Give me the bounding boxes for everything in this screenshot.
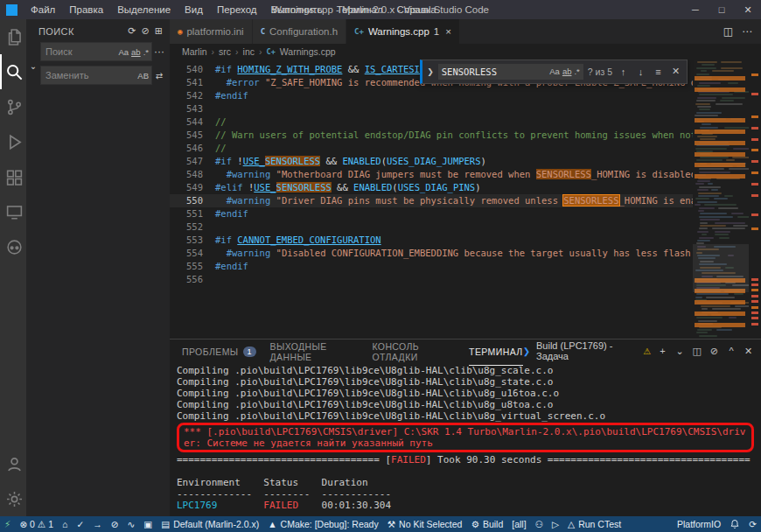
cmake-build-button[interactable]: ⚙Build [466,516,507,532]
run-debug-icon[interactable] [0,124,26,159]
menu-Переход[interactable]: Переход [211,3,263,17]
maximize-panel-icon[interactable]: ^ [726,346,737,356]
code-line[interactable]: 547#if !USE_SENSORLESS && ENABLED(USES_D… [170,155,693,168]
menu-Правка[interactable]: Правка [63,3,109,17]
new-search-editor-icon[interactable]: ⊞ [155,25,163,37]
panel-tab-ТЕРМИНАЛ[interactable]: ТЕРМИНАЛ [469,337,523,366]
refresh-icon[interactable]: ⟳ [128,25,136,37]
code-line[interactable]: 554 #warning "Disabled CONFIGURATION_EMB… [170,247,693,260]
extensions-icon[interactable] [0,159,26,194]
search-input[interactable]: Поиск Aa ab .* [40,42,152,61]
menu-Вид[interactable]: Вид [178,3,209,17]
pio-clean[interactable]: ⊘ [107,516,123,532]
replace-all-button[interactable]: ⇄ [152,71,166,80]
remote-explorer-icon[interactable] [0,194,26,229]
sync-status[interactable]: ⟳ [744,516,761,532]
minimize-button[interactable]: ─ [682,0,709,19]
find-previous-button[interactable]: ↑ [617,66,630,77]
platformio-status[interactable]: PlatformIO [673,516,725,532]
preserve-case-toggle[interactable]: AB [137,71,149,80]
replace-input[interactable]: Заменить AB [40,66,152,85]
run-ctest[interactable]: △Run CTest [563,516,625,532]
source-control-icon[interactable] [0,89,26,124]
pio-build[interactable]: ✓ [72,516,88,532]
explorer-icon[interactable] [0,19,26,54]
code-line[interactable]: 548 #warning "Motherboard DIAG jumpers m… [170,168,693,181]
find-input[interactable]: SENSORLESS Aa ab .* [438,64,583,80]
code-line[interactable]: 556 [170,273,693,286]
breadcrumb-file[interactable]: Warnings.cpp [280,46,336,57]
platformio-icon[interactable] [0,229,26,264]
breadcrumb-item[interactable]: inc [243,46,255,57]
code-line[interactable]: 546// [170,142,693,155]
menu-Выделение[interactable]: Выделение [111,3,177,17]
pio-terminal[interactable]: ▣ [139,516,157,532]
settings-icon[interactable] [0,481,26,516]
match-case-toggle[interactable]: Aa [118,47,129,57]
code-line[interactable]: 551#endif [170,207,693,220]
terminal-dropdown-chevron-icon[interactable]: ⌄ [674,346,686,357]
terminal-task-label[interactable]: Build (LPC1769) - Задача [536,340,637,361]
cmake-debug-button[interactable]: ⚇ [531,516,548,532]
minimap[interactable] [693,60,749,339]
maximize-button[interactable]: □ [709,0,735,19]
close-button[interactable]: ✕ [735,0,761,19]
close-panel-icon[interactable]: ✕ [743,346,754,357]
tab-Warnings.cpp[interactable]: C+Warnings.cpp1× [346,19,460,44]
panel-tab-КОНСОЛЬ ОТЛАДКИ[interactable]: КОНСОЛЬ ОТЛАДКИ [372,337,455,366]
cmake-launch-button[interactable]: ▷ [548,516,563,532]
breadcrumb-item[interactable]: src [219,46,231,57]
notifications-bell[interactable] [725,516,744,532]
problems-status[interactable]: ⊗ 0 ⚠ 1 [15,516,58,532]
project-environment[interactable]: ▤Default (Marlin-2.0.x) [157,516,263,532]
expand-replace-chevron-icon[interactable]: ❯ [427,67,434,76]
split-terminal-icon[interactable]: ◫ [691,346,702,357]
pio-serial-monitor[interactable]: ∿ [123,516,140,532]
close-find-widget-button[interactable]: ✕ [669,66,682,77]
code-line[interactable]: 550 #warning "Driver DIAG pins must be p… [170,194,693,207]
code-area[interactable]: 540#if HOMING_Z_WITH_PROBE && IS_CARTESI… [170,63,693,286]
code-line[interactable]: 544// [170,116,693,129]
menu-Файл[interactable]: Файл [24,3,61,17]
pio-upload[interactable]: → [88,516,107,532]
new-terminal-button[interactable]: + [657,346,668,356]
pio-account[interactable]: ⚡ [0,516,15,532]
search-details-toggle[interactable]: ··· [152,46,166,58]
kill-terminal-icon[interactable]: ⊘ [709,346,720,357]
code-line[interactable]: 543 [170,102,693,116]
panel-tab-ПРОБЛЕМЫ[interactable]: ПРОБЛЕМЫ1 [182,337,256,366]
breadcrumb-item[interactable]: Marlin [182,46,207,57]
tab-Configuration.h[interactable]: CConfiguration.h [253,19,346,44]
find-regex-toggle[interactable]: .* [574,66,579,76]
pio-home[interactable]: ⌂ [58,516,72,532]
run-ctest-icon: △ [568,519,575,529]
find-match-case-toggle[interactable]: Aa [549,66,560,76]
regex-toggle[interactable]: .* [143,47,149,57]
find-next-button[interactable]: ↓ [634,66,647,77]
clear-results-icon[interactable]: ⊘ [142,25,150,37]
cmake-target[interactable]: [all] [507,516,530,532]
code-line[interactable]: 549#elif !USE_SENSORLESS && ENABLED(USES… [170,181,693,194]
tab-platformio.ini[interactable]: ◉platformio.ini [170,19,253,44]
find-whole-word-toggle[interactable]: ab [562,66,572,76]
cmake-status[interactable]: ▲CMake: [Debug]: Ready [263,516,382,532]
code-line[interactable]: 553#if CANNOT_EMBED_CONFIGURATION [170,234,693,247]
terminal-output[interactable]: Compiling .pio\build\LPC1769\lib9ce\U8gl… [170,362,761,516]
split-editor-icon[interactable]: ◫ [723,25,733,38]
code-line[interactable]: 552 [170,220,693,234]
close-tab-icon[interactable]: × [445,26,451,37]
find-in-selection-button[interactable]: ≡ [652,66,665,77]
toggle-replace-chevron-icon[interactable]: ⌄ [30,61,37,71]
code-line[interactable]: 545// Warn users of potential endstop/DI… [170,129,693,142]
account-icon[interactable] [0,446,26,481]
cmake-kit[interactable]: ⚒No Kit Selected [383,516,467,532]
search-icon[interactable] [0,54,26,89]
whole-word-toggle[interactable]: ab [131,47,141,57]
code-editor[interactable]: 540#if HOMING_Z_WITH_PROBE && IS_CARTESI… [170,60,761,339]
panel-tab-ВЫХОДНЫЕ ДАННЫЕ[interactable]: ВЫХОДНЫЕ ДАННЫЕ [270,337,359,366]
editor-more-actions-icon[interactable]: ⋯ [742,25,752,38]
ruler-mark [751,93,758,95]
code-line[interactable]: 542#endif [170,89,693,102]
code-line[interactable]: 555#endif [170,260,693,273]
breadcrumb-separator: › [235,46,239,57]
